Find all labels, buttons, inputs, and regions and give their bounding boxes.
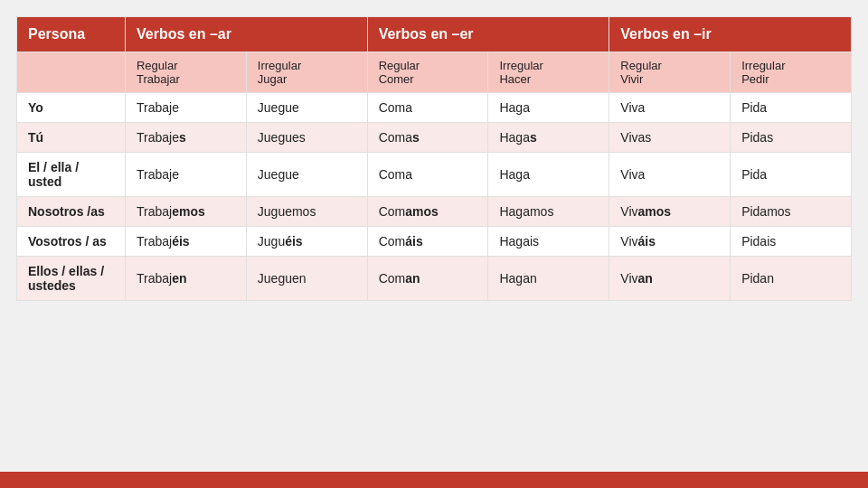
cell-trabajen: Trabajen <box>125 257 246 301</box>
cell-comas-tu: Comas <box>367 123 488 153</box>
header-persona: Persona <box>17 17 126 52</box>
persona-yo: Yo <box>17 93 126 123</box>
cell-coman: Coman <box>367 257 488 301</box>
cell-viva-el: Viva <box>609 153 731 197</box>
cell-juguemos: Juguemos <box>246 197 367 227</box>
subheader-regular-vivir: RegularVivir <box>609 52 731 93</box>
cell-pidan: Pidan <box>731 257 852 301</box>
cell-juegues-tu: Juegues <box>246 123 367 153</box>
table-row: Tú Trabajes Juegues Comas Hagas Vivas Pi… <box>17 123 852 153</box>
subheader-row: RegularTrabajar IrregularJugar RegularCo… <box>17 52 852 93</box>
persona-ellos: Ellos / ellas /ustedes <box>17 257 126 301</box>
cell-viva-yo: Viva <box>609 93 731 123</box>
subheader-regular-comer: RegularComer <box>367 52 488 93</box>
cell-comamos: Comamos <box>367 197 488 227</box>
cell-trabajeis: Trabajéis <box>125 227 246 257</box>
cell-juegue-el: Juegue <box>246 153 367 197</box>
main-table-container: Persona Verbos en –ar Verbos en –er Verb… <box>16 16 852 301</box>
header-row: Persona Verbos en –ar Verbos en –er Verb… <box>17 17 852 52</box>
cell-pidamos: Pidamos <box>731 197 852 227</box>
cell-trabaje-yo: Trabaje <box>125 93 246 123</box>
header-verbos-er: Verbos en –er <box>367 17 609 52</box>
bottom-red-bar <box>0 472 868 488</box>
subheader-irregular-pedir: IrregularPedir <box>731 52 852 93</box>
cell-hagais: Hagais <box>488 227 609 257</box>
cell-jueguen: Jueguen <box>246 257 367 301</box>
cell-pida-el: Pida <box>731 153 852 197</box>
subheader-irregular-hacer: IrregularHacer <box>488 52 609 93</box>
table-row: El / ella /usted Trabaje Juegue Coma Hag… <box>17 153 852 197</box>
cell-pida-yo: Pida <box>731 93 852 123</box>
table-row: Vosotros / as Trabajéis Juguéis Comáis H… <box>17 227 852 257</box>
persona-vosotros: Vosotros / as <box>17 227 126 257</box>
persona-nosotros: Nosotros /as <box>17 197 126 227</box>
cell-coma-el: Coma <box>367 153 488 197</box>
cell-trabajes-tu: Trabajes <box>125 123 246 153</box>
cell-coma-yo: Coma <box>367 93 488 123</box>
cell-jugueis: Juguéis <box>246 227 367 257</box>
cell-hagamos: Hagamos <box>488 197 609 227</box>
cell-trabajemos: Trabajemos <box>125 197 246 227</box>
header-verbos-ir: Verbos en –ir <box>609 17 852 52</box>
cell-comais: Comáis <box>367 227 488 257</box>
cell-vivais: Viváis <box>609 227 731 257</box>
subheader-irregular-jugar: IrregularJugar <box>246 52 367 93</box>
subheader-regular-trabajar: RegularTrabajar <box>125 52 246 93</box>
header-verbos-ar: Verbos en –ar <box>125 17 367 52</box>
persona-tu: Tú <box>17 123 126 153</box>
table-row: Nosotros /as Trabajemos Juguemos Comamos… <box>17 197 852 227</box>
cell-juegue-yo: Juegue <box>246 93 367 123</box>
cell-vivan: Vivan <box>609 257 731 301</box>
cell-trabaje-el: Trabaje <box>125 153 246 197</box>
cell-vivamos: Vivamos <box>609 197 731 227</box>
persona-el: El / ella /usted <box>17 153 126 197</box>
cell-pidais: Pidais <box>731 227 852 257</box>
conjugation-table: Persona Verbos en –ar Verbos en –er Verb… <box>16 16 852 301</box>
cell-hagas-tu: Hagas <box>488 123 609 153</box>
cell-hagan: Hagan <box>488 257 609 301</box>
cell-pidas-tu: Pidas <box>731 123 852 153</box>
subheader-persona <box>17 52 126 93</box>
cell-vivas-tu: Vivas <box>609 123 731 153</box>
cell-haga-yo: Haga <box>488 93 609 123</box>
cell-haga-el: Haga <box>488 153 609 197</box>
table-row: Ellos / ellas /ustedes Trabajen Jueguen … <box>17 257 852 301</box>
table-row: Yo Trabaje Juegue Coma Haga Viva Pida <box>17 93 852 123</box>
